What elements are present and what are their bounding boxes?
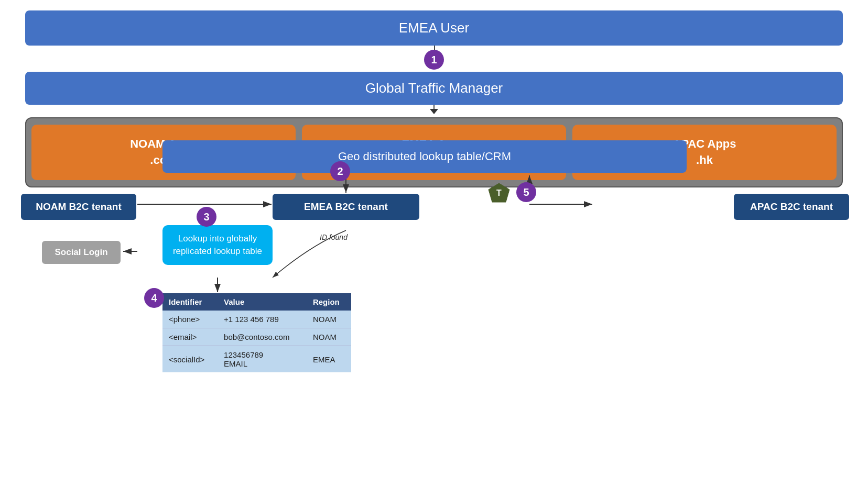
table-cell-2-2: EMEA <box>307 346 351 373</box>
id-found-label: ID found <box>320 233 348 241</box>
table-row: <socialId>123456789 EMAILEMEA <box>162 346 351 373</box>
geo-bar: Geo distributed lookup table/CRM <box>162 140 687 173</box>
emea-b2c-label: EMEA B2C tenant <box>304 201 388 212</box>
svg-text:T: T <box>496 189 502 197</box>
table-header-identifier: Identifier <box>162 293 218 311</box>
arrows-svg <box>16 173 854 487</box>
table-cell-2-0: <socialId> <box>162 346 218 373</box>
table-cell-0-0: <phone> <box>162 311 218 328</box>
lookup-callout-label: Lookup into globally replicated lookup t… <box>173 234 262 256</box>
diagram-container: EMEA User 1 Global Traffic Manager NOAM … <box>0 0 868 487</box>
social-login-label: Social Login <box>55 247 107 257</box>
table-cell-0-1: +1 123 456 789 <box>218 311 307 328</box>
table-cell-0-2: NOAM <box>307 311 351 328</box>
table-cell-2-1: 123456789 EMAIL <box>218 346 307 373</box>
badge-2: 2 <box>330 161 350 181</box>
apac-b2c-tenant: APAC B2C tenant <box>734 194 849 220</box>
table-header-value: Value <box>218 293 307 311</box>
emea-user-label: EMEA User <box>399 20 469 36</box>
gtm-bar: Global Traffic Manager <box>25 72 843 105</box>
social-login-box: Social Login <box>42 241 121 264</box>
table-cell-1-2: NOAM <box>307 328 351 346</box>
badge-1: 1 <box>424 50 444 70</box>
noam-b2c-tenant: NOAM B2C tenant <box>21 194 136 220</box>
table-header-region: Region <box>307 293 351 311</box>
badge-3: 3 <box>197 207 216 227</box>
lookup-callout: Lookup into globally replicated lookup t… <box>162 225 273 265</box>
table-row: <email>bob@contoso.comNOAM <box>162 328 351 346</box>
geo-bar-label: Geo distributed lookup table/CRM <box>338 150 511 163</box>
id-found-text: ID found <box>320 233 348 241</box>
gtm-label: Global Traffic Manager <box>365 80 503 96</box>
table-row: <phone>+1 123 456 789NOAM <box>162 311 351 328</box>
table-cell-1-1: bob@contoso.com <box>218 328 307 346</box>
badge-5: 5 <box>516 182 536 202</box>
table-cell-1-0: <email> <box>162 328 218 346</box>
pentagon-t-icon: T <box>487 182 511 207</box>
lookup-table: Identifier Value Region <phone>+1 123 45… <box>162 293 351 372</box>
badge-4: 4 <box>144 288 164 308</box>
noam-b2c-label: NOAM B2C tenant <box>36 201 122 212</box>
apac-b2c-label: APAC B2C tenant <box>750 201 833 212</box>
emea-b2c-tenant: EMEA B2C tenant <box>273 194 419 220</box>
emea-user-bar: EMEA User <box>25 10 843 46</box>
